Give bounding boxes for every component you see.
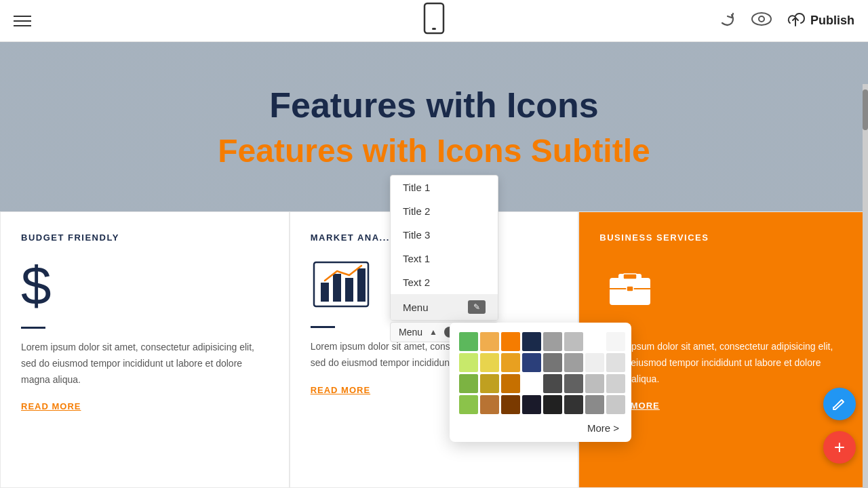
color-swatch[interactable] <box>459 353 478 372</box>
card-business-readmore[interactable]: READ MORE <box>599 401 847 411</box>
dropdown-item-title2[interactable]: Title 2 <box>391 199 498 223</box>
color-swatch[interactable] <box>585 395 604 414</box>
card-budget-label: BUDGET FRIENDLY <box>21 232 269 243</box>
color-picker: More > <box>450 323 631 442</box>
color-swatch[interactable] <box>606 374 625 393</box>
color-swatch[interactable] <box>480 353 499 372</box>
color-swatch[interactable] <box>606 395 625 414</box>
toolbar-left <box>14 16 31 26</box>
menu-chevron: ▲ <box>429 327 437 337</box>
menu-icon[interactable] <box>14 16 31 26</box>
cloud-upload-icon <box>786 11 805 30</box>
color-swatch[interactable] <box>480 395 499 414</box>
card-business-label: BUSINESS SERVICES <box>599 232 847 243</box>
scrollbar[interactable] <box>863 84 868 488</box>
color-swatch[interactable] <box>585 332 604 351</box>
card-business-text: Lorem ipsum dolor sit amet, consectetur … <box>599 339 847 387</box>
color-swatch[interactable] <box>585 374 604 393</box>
color-swatch[interactable] <box>501 395 520 414</box>
hero-subtitle: Features with Icons Subtitle <box>218 132 650 169</box>
card-budget: BUDGET FRIENDLY $ Lorem ipsum dolor sit … <box>0 211 290 488</box>
svg-rect-13 <box>623 274 637 279</box>
color-swatch[interactable] <box>564 353 583 372</box>
dropdown-item-text2[interactable]: Text 2 <box>391 270 498 294</box>
toolbar: Publish <box>0 0 868 42</box>
color-swatch[interactable] <box>480 332 499 351</box>
dropdown-item-text1[interactable]: Text 1 <box>391 247 498 270</box>
more-colors-button[interactable]: More > <box>459 422 622 434</box>
card-budget-divider <box>21 327 45 329</box>
color-swatch[interactable] <box>606 332 625 351</box>
color-swatch[interactable] <box>522 395 541 414</box>
color-swatch[interactable] <box>501 353 520 372</box>
eye-icon[interactable] <box>751 12 772 30</box>
toolbar-right: Publish <box>718 9 854 33</box>
svg-rect-6 <box>321 283 329 302</box>
undo-icon[interactable] <box>718 9 737 33</box>
svg-rect-9 <box>357 268 366 302</box>
color-swatch[interactable] <box>480 374 499 393</box>
color-swatch[interactable] <box>543 353 562 372</box>
fab-edit-button[interactable] <box>823 388 856 420</box>
dropdown-item-menu[interactable]: Menu ✎ <box>391 294 498 320</box>
color-swatch[interactable] <box>459 332 478 351</box>
svg-point-2 <box>752 13 771 25</box>
publish-button[interactable]: Publish <box>786 11 854 30</box>
dropdown-item-title3[interactable]: Title 3 <box>391 223 498 247</box>
svg-rect-15 <box>627 286 633 291</box>
color-swatch[interactable] <box>459 395 478 414</box>
dropdown-item-title1[interactable]: Title 1 <box>391 176 498 199</box>
color-swatch[interactable] <box>522 374 541 393</box>
fab-add-button[interactable]: + <box>823 431 856 464</box>
dropdown-edit-button[interactable]: ✎ <box>468 300 486 314</box>
svg-rect-7 <box>333 274 341 302</box>
color-swatch[interactable] <box>564 332 583 351</box>
card-budget-readmore[interactable]: READ MORE <box>21 401 269 411</box>
scrollbar-thumb[interactable] <box>863 89 868 130</box>
color-swatch[interactable] <box>522 332 541 351</box>
card-market-divider <box>311 326 335 328</box>
menu-bar-label: Menu <box>399 327 422 338</box>
svg-rect-8 <box>345 278 353 302</box>
color-swatch[interactable] <box>459 374 478 393</box>
briefcase-icon <box>599 259 847 312</box>
color-swatch[interactable] <box>543 332 562 351</box>
publish-label: Publish <box>810 14 854 28</box>
color-swatch[interactable] <box>606 353 625 372</box>
svg-point-3 <box>759 16 764 22</box>
color-swatch[interactable] <box>564 374 583 393</box>
color-swatch[interactable] <box>501 332 520 351</box>
color-swatch[interactable] <box>543 395 562 414</box>
color-swatch[interactable] <box>543 374 562 393</box>
dropdown-menu: Title 1 Title 2 Title 3 Text 1 Text 2 Me… <box>390 175 498 321</box>
color-swatch[interactable] <box>522 353 541 372</box>
card-budget-text: Lorem ipsum dolor sit amet, consectetur … <box>21 340 269 388</box>
color-swatch[interactable] <box>585 353 604 372</box>
color-swatch[interactable] <box>564 395 583 414</box>
dropdown-overlay: Title 1 Title 2 Title 3 Text 1 Text 2 Me… <box>390 175 498 342</box>
color-swatch[interactable] <box>501 374 520 393</box>
hero-title: Features with Icons <box>269 85 598 125</box>
phone-icon <box>423 18 445 39</box>
svg-rect-1 <box>432 28 436 30</box>
toolbar-center <box>423 2 445 39</box>
dollar-icon: $ <box>21 259 269 313</box>
plus-icon: + <box>834 438 845 457</box>
color-grid <box>459 332 622 414</box>
